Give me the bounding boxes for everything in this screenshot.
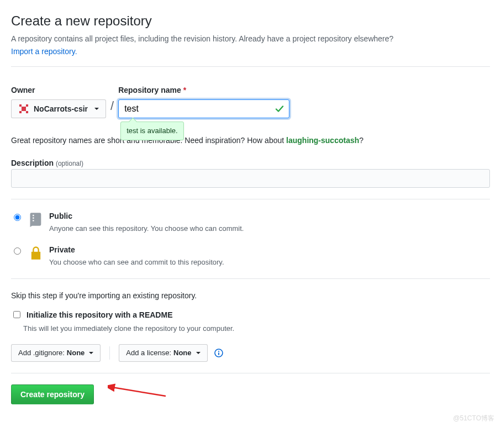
visibility-private-desc: You choose who can see and commit to thi… bbox=[49, 257, 224, 268]
lock-icon bbox=[28, 245, 44, 261]
page-title: Create a new repository bbox=[11, 11, 490, 31]
svg-rect-7 bbox=[218, 352, 219, 355]
check-icon bbox=[275, 104, 284, 117]
visibility-public-option[interactable]: Public Anyone can see this repository. Y… bbox=[11, 210, 490, 234]
svg-line-8 bbox=[112, 387, 166, 396]
description-label: Description (optional) bbox=[11, 159, 83, 167]
divider bbox=[11, 66, 490, 67]
repo-public-icon bbox=[28, 212, 44, 227]
annotation-arrow-icon bbox=[108, 381, 168, 403]
import-repository-link[interactable]: Import a repository. bbox=[11, 47, 77, 56]
add-license-button[interactable]: Add a license: None bbox=[119, 344, 207, 362]
initialize-readme-title: Initialize this repository with a README bbox=[27, 309, 172, 321]
visibility-private-title: Private bbox=[49, 244, 224, 256]
initialize-readme-checkbox[interactable] bbox=[13, 311, 20, 318]
required-asterisk: * bbox=[183, 86, 186, 94]
vertical-separator bbox=[109, 346, 110, 360]
caret-down-icon bbox=[94, 108, 99, 110]
svg-rect-3 bbox=[19, 111, 22, 113]
visibility-public-title: Public bbox=[49, 210, 244, 222]
caret-down-icon bbox=[196, 352, 201, 354]
repo-name-input[interactable] bbox=[118, 99, 289, 118]
svg-point-6 bbox=[218, 350, 219, 351]
visibility-private-radio[interactable] bbox=[14, 247, 21, 255]
skip-import-text: Skip this step if you're importing an ex… bbox=[11, 290, 490, 302]
divider bbox=[11, 199, 490, 199]
initialize-readme-desc: This will let you immediately clone the … bbox=[23, 323, 490, 334]
repo-name-label: Repository name * bbox=[118, 85, 289, 96]
visibility-public-radio[interactable] bbox=[14, 214, 21, 221]
availability-tooltip: test is available. bbox=[120, 122, 184, 140]
repo-name-suggestion[interactable]: laughing-succotash bbox=[286, 136, 359, 145]
svg-rect-0 bbox=[19, 104, 22, 107]
svg-rect-1 bbox=[26, 104, 28, 107]
svg-rect-4 bbox=[26, 111, 28, 113]
optional-label: (optional) bbox=[56, 160, 83, 167]
divider bbox=[11, 373, 490, 373]
watermark-text: @51CTO博客 bbox=[453, 413, 494, 423]
caret-down-icon bbox=[89, 352, 93, 354]
divider bbox=[11, 278, 490, 279]
add-gitignore-button[interactable]: Add .gitignore: None bbox=[11, 344, 101, 362]
description-input[interactable] bbox=[11, 169, 490, 188]
owner-avatar-icon bbox=[18, 103, 29, 114]
owner-label: Owner bbox=[11, 85, 106, 96]
page-subhead: A repository contains all project files,… bbox=[11, 33, 490, 45]
visibility-private-option[interactable]: Private You choose who can see and commi… bbox=[11, 244, 490, 268]
owner-select-button[interactable]: NoCarrots-csir bbox=[11, 99, 106, 118]
create-repository-button[interactable]: Create repository bbox=[11, 384, 94, 404]
svg-rect-2 bbox=[22, 107, 26, 111]
info-icon[interactable] bbox=[214, 349, 223, 357]
owner-repo-separator: / bbox=[110, 97, 114, 118]
visibility-public-desc: Anyone can see this repository. You choo… bbox=[49, 223, 244, 234]
owner-selected-name: NoCarrots-csir bbox=[34, 103, 88, 115]
repo-name-hint: Great repository names are short and mem… bbox=[11, 135, 490, 146]
